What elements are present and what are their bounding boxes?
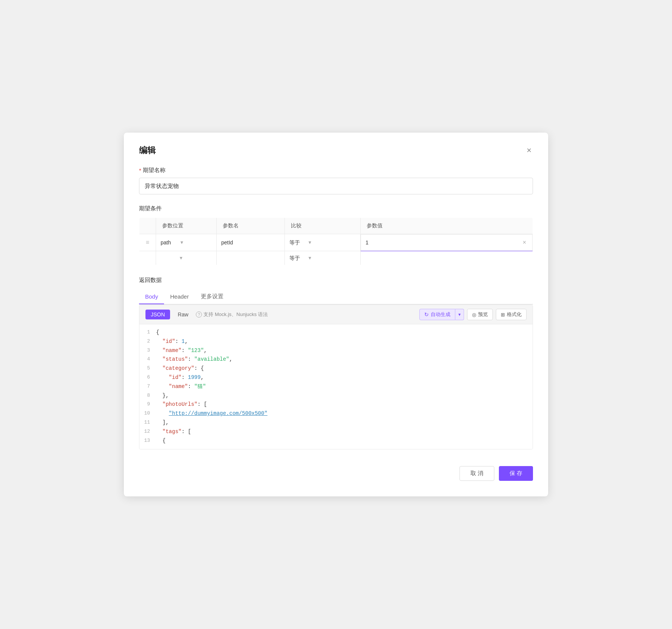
name-input[interactable] [139,178,533,194]
code-body[interactable]: 1 { 2 "id": 1, 3 "name": "123", 4 "statu… [139,324,533,449]
param-name-cell: petId [217,234,285,251]
cancel-button[interactable]: 取 消 [459,466,494,481]
line-num: 6 [139,373,156,382]
line-num: 13 [139,437,156,445]
line-num: 3 [139,346,156,355]
code-line: 8 }, [139,391,533,401]
th-compare: 比较 [285,218,361,234]
th-param-name: 参数名 [217,218,285,234]
param-pos-chevron-2: ▼ [179,255,183,261]
drag-cell-2 [139,251,156,265]
format-label: 格式化 [507,311,522,318]
format-button[interactable]: ⊞ 格式化 [496,309,527,320]
code-line: 10 "http://dummyimage.com/500x500" [139,409,533,418]
auto-gen-button[interactable]: ↻ 自动生成 [419,309,455,320]
th-drag [139,218,156,234]
line-content: { [156,328,533,337]
line-num: 1 [139,328,156,336]
param-pos-select-group: path query header body ▼ [161,239,212,246]
th-param-pos: 参数位置 [156,218,217,234]
param-pos-select[interactable]: path query header body [161,239,177,246]
tabs-row: Body Header 更多设置 [139,289,533,305]
code-line: 6 "id": 1999, [139,373,533,382]
compare-cell-2: 等于 不等于 包含 ▼ [285,251,361,265]
line-content: ], [156,418,533,427]
modal-header: 编辑 × [139,145,533,156]
param-pos-cell-2: path query header body ▼ [156,251,217,265]
name-field-section: * 期望名称 [139,167,533,194]
line-content: "tags": [ [156,427,533,437]
param-pos-select-2[interactable]: path query header body [161,255,177,261]
line-content: "id": 1, [156,337,533,346]
tab-more-settings[interactable]: 更多设置 [195,289,230,305]
code-toolbar: JSON Raw ? 支持 Mock.js、Nunjucks 语法 ↻ 自动生成… [139,305,533,324]
conditions-table: 参数位置 参数名 比较 参数值 ≡ path query header [139,217,533,265]
code-line: 1 { [139,328,533,337]
code-line: 5 "category": { [139,364,533,373]
modal-title: 编辑 [139,145,156,156]
auto-gen-label: 自动生成 [431,311,450,318]
name-label: * 期望名称 [139,167,533,174]
compare-select-2[interactable]: 等于 不等于 包含 [289,255,305,261]
line-num: 2 [139,337,156,346]
code-line: 2 "id": 1, [139,337,533,346]
auto-gen-dropdown-button[interactable]: ▾ [455,309,464,320]
auto-gen-icon: ↻ [424,311,429,318]
compare-cell: 等于 不等于 包含 ▼ [285,234,361,251]
close-button[interactable]: × [525,145,533,156]
tab-body[interactable]: Body [139,289,164,304]
line-num: 8 [139,391,156,400]
name-label-text: 期望名称 [143,167,166,174]
drag-handle[interactable]: ≡ [144,239,151,246]
param-name-cell-2 [217,251,285,265]
line-content: "category": { [156,364,533,373]
param-val-input-2[interactable] [365,255,528,261]
format-icon: ⊞ [501,312,505,318]
line-num: 4 [139,355,156,363]
table-row: ≡ path query header body ▼ petId [139,234,533,251]
conditions-section-label: 期望条件 [139,205,533,212]
line-num: 9 [139,400,156,408]
preview-button[interactable]: ◎ 预览 [467,309,493,320]
compare-chevron: ▼ [308,240,312,245]
code-editor: JSON Raw ? 支持 Mock.js、Nunjucks 语法 ↻ 自动生成… [139,305,533,449]
code-line: 3 "name": "123", [139,346,533,355]
required-star: * [139,167,141,174]
line-content: "id": 1999, [156,373,533,382]
line-num: 12 [139,427,156,436]
btn-raw[interactable]: Raw [174,310,192,319]
line-content: }, [156,391,533,401]
param-val-cell: × [361,234,533,251]
code-line: 4 "status": "available", [139,355,533,364]
btn-json[interactable]: JSON [145,310,170,319]
return-data-section: 返回数据 Body Header 更多设置 JSON Raw ? 支持 Mock… [139,277,533,449]
code-line: 9 "photoUrls": [ [139,400,533,409]
modal-footer: 取 消 保 存 [139,460,533,481]
code-line: 12 "tags": [ [139,427,533,437]
drag-cell: ≡ [139,234,156,251]
param-pos-chevron: ▼ [180,240,184,245]
hint-text: ? 支持 Mock.js、Nunjucks 语法 [196,311,268,318]
line-content: "photoUrls": [ [156,400,533,409]
auto-gen-group: ↻ 自动生成 ▾ [419,309,464,320]
th-param-val: 参数值 [361,218,533,234]
edit-modal: 编辑 × * 期望名称 期望条件 参数位置 参数名 比较 参数值 ≡ [124,133,548,496]
compare-select-group: 等于 不等于 包含 ▼ [289,239,356,246]
row-delete-button[interactable]: × [521,238,528,247]
compare-chevron-2: ▼ [308,255,312,261]
code-line: 13 { [139,437,533,446]
tab-header[interactable]: Header [164,289,195,304]
table-row: path query header body ▼ 等于 不等于 [139,251,533,265]
param-pos-empty-select-group: path query header body ▼ [161,255,212,261]
line-content: "status": "available", [156,355,533,364]
save-button[interactable]: 保 存 [499,466,533,481]
code-toolbar-left: JSON Raw ? 支持 Mock.js、Nunjucks 语法 [145,310,268,319]
param-val-input[interactable] [366,239,518,246]
code-toolbar-right: ↻ 自动生成 ▾ ◎ 预览 ⊞ 格式化 [419,309,527,320]
param-val-cell-2 [361,251,533,265]
code-line: 11 ], [139,418,533,427]
line-content: "http://dummyimage.com/500x500" [156,409,533,418]
compare-select[interactable]: 等于 不等于 包含 [289,239,305,246]
line-num: 11 [139,418,156,427]
param-pos-cell: path query header body ▼ [156,234,217,251]
